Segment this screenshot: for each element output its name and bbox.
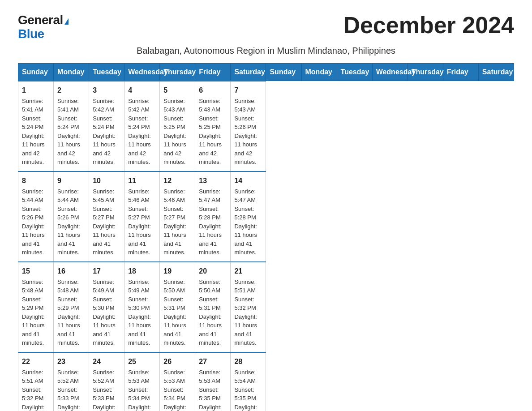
day-number: 3 [93,85,120,96]
weekday-header-thursday: Thursday [408,63,443,81]
calendar-header-row: SundayMondayTuesdayWednesdayThursdayFrid… [18,63,514,81]
weekday-header-sunday: Sunday [266,63,301,81]
calendar-cell: 7Sunrise: 5:43 AMSunset: 5:26 PMDaylight… [231,81,266,171]
calendar-cell: 4Sunrise: 5:42 AMSunset: 5:24 PMDaylight… [124,81,160,171]
day-number: 14 [234,176,262,186]
weekday-header-thursday: Thursday [160,63,195,81]
day-number: 11 [128,176,156,186]
weekday-header-monday: Monday [54,63,89,81]
calendar-cell: 17Sunrise: 5:49 AMSunset: 5:30 PMDayligh… [89,262,124,352]
calendar-cell: 22Sunrise: 5:51 AMSunset: 5:32 PMDayligh… [18,352,54,411]
calendar-cell: 24Sunrise: 5:52 AMSunset: 5:33 PMDayligh… [89,352,124,411]
calendar-cell: 23Sunrise: 5:52 AMSunset: 5:33 PMDayligh… [54,352,89,411]
month-title: December 2024 [343,13,514,37]
page-header: General Blue December 2024 [18,13,514,41]
logo: General Blue [18,13,69,41]
calendar-cell: 15Sunrise: 5:48 AMSunset: 5:29 PMDayligh… [18,262,54,352]
day-info: Sunrise: 5:43 AMSunset: 5:25 PMDaylight:… [199,98,222,166]
calendar-cell: 6Sunrise: 5:43 AMSunset: 5:25 PMDaylight… [195,81,231,171]
day-number: 5 [163,85,191,96]
day-number: 17 [93,266,120,277]
day-number: 27 [199,356,227,367]
calendar-cell: 5Sunrise: 5:43 AMSunset: 5:25 PMDaylight… [160,81,195,171]
day-number: 20 [199,266,227,277]
day-info: Sunrise: 5:42 AMSunset: 5:24 PMDaylight:… [128,98,151,166]
day-number: 12 [163,176,191,186]
day-info: Sunrise: 5:54 AMSunset: 5:35 PMDaylight:… [234,369,257,411]
day-number: 23 [57,356,85,367]
calendar-week-row: 8Sunrise: 5:44 AMSunset: 5:26 PMDaylight… [18,171,514,262]
day-info: Sunrise: 5:48 AMSunset: 5:29 PMDaylight:… [57,278,80,347]
weekday-header-sunday: Sunday [18,63,54,81]
calendar-cell: 3Sunrise: 5:42 AMSunset: 5:24 PMDaylight… [89,81,124,171]
day-number: 9 [57,176,85,186]
calendar-week-row: 22Sunrise: 5:51 AMSunset: 5:32 PMDayligh… [18,352,514,411]
weekday-header-friday: Friday [195,63,231,81]
weekday-header-tuesday: Tuesday [89,63,124,81]
day-info: Sunrise: 5:46 AMSunset: 5:27 PMDaylight:… [128,188,151,256]
day-info: Sunrise: 5:41 AMSunset: 5:24 PMDaylight:… [57,98,80,166]
calendar-cell: 20Sunrise: 5:50 AMSunset: 5:31 PMDayligh… [195,262,231,352]
logo-general-text: General [18,13,63,27]
day-info: Sunrise: 5:53 AMSunset: 5:34 PMDaylight:… [163,369,186,411]
calendar-cell: 12Sunrise: 5:46 AMSunset: 5:27 PMDayligh… [160,171,195,262]
weekday-header-monday: Monday [301,63,337,81]
day-info: Sunrise: 5:53 AMSunset: 5:35 PMDaylight:… [199,369,222,411]
calendar-cell: 25Sunrise: 5:53 AMSunset: 5:34 PMDayligh… [124,352,160,411]
weekday-header-wednesday: Wednesday [372,63,408,81]
calendar-table: SundayMondayTuesdayWednesdayThursdayFrid… [18,63,514,411]
calendar-cell: 27Sunrise: 5:53 AMSunset: 5:35 PMDayligh… [195,352,231,411]
day-info: Sunrise: 5:49 AMSunset: 5:30 PMDaylight:… [93,278,116,347]
calendar-cell: 11Sunrise: 5:46 AMSunset: 5:27 PMDayligh… [124,171,160,262]
day-info: Sunrise: 5:51 AMSunset: 5:32 PMDaylight:… [22,369,45,411]
day-info: Sunrise: 5:48 AMSunset: 5:29 PMDaylight:… [22,278,45,347]
day-info: Sunrise: 5:53 AMSunset: 5:34 PMDaylight:… [128,369,151,411]
day-number: 26 [163,356,191,367]
calendar-cell: 19Sunrise: 5:50 AMSunset: 5:31 PMDayligh… [160,262,195,352]
day-info: Sunrise: 5:52 AMSunset: 5:33 PMDaylight:… [57,369,80,411]
day-info: Sunrise: 5:43 AMSunset: 5:25 PMDaylight:… [163,98,186,166]
weekday-header-saturday: Saturday [231,63,266,81]
logo-blue-text: Blue [18,27,44,41]
day-info: Sunrise: 5:50 AMSunset: 5:31 PMDaylight:… [163,278,186,347]
day-info: Sunrise: 5:45 AMSunset: 5:27 PMDaylight:… [93,188,116,256]
day-number: 15 [22,266,50,277]
day-number: 1 [22,85,50,96]
calendar-cell: 14Sunrise: 5:47 AMSunset: 5:28 PMDayligh… [231,171,266,262]
weekday-header-friday: Friday [443,63,478,81]
day-number: 24 [93,356,120,367]
weekday-header-saturday: Saturday [478,63,514,81]
day-info: Sunrise: 5:50 AMSunset: 5:31 PMDaylight:… [199,278,222,347]
weekday-header-wednesday: Wednesday [124,63,160,81]
day-number: 4 [128,85,156,96]
day-info: Sunrise: 5:52 AMSunset: 5:33 PMDaylight:… [93,369,116,411]
calendar-cell: 10Sunrise: 5:45 AMSunset: 5:27 PMDayligh… [89,171,124,262]
day-info: Sunrise: 5:51 AMSunset: 5:32 PMDaylight:… [234,278,257,347]
calendar-cell: 21Sunrise: 5:51 AMSunset: 5:32 PMDayligh… [231,262,266,352]
day-number: 8 [22,176,50,186]
calendar-cell: 1Sunrise: 5:41 AMSunset: 5:24 PMDaylight… [18,81,54,171]
calendar-week-row: 1Sunrise: 5:41 AMSunset: 5:24 PMDaylight… [18,81,514,171]
calendar-cell: 8Sunrise: 5:44 AMSunset: 5:26 PMDaylight… [18,171,54,262]
day-info: Sunrise: 5:47 AMSunset: 5:28 PMDaylight:… [199,188,222,256]
calendar-cell: 2Sunrise: 5:41 AMSunset: 5:24 PMDaylight… [54,81,89,171]
calendar-week-row: 15Sunrise: 5:48 AMSunset: 5:29 PMDayligh… [18,262,514,352]
weekday-header-tuesday: Tuesday [337,63,372,81]
day-number: 7 [234,85,262,96]
calendar-cell: 9Sunrise: 5:44 AMSunset: 5:26 PMDaylight… [54,171,89,262]
calendar-cell: 28Sunrise: 5:54 AMSunset: 5:35 PMDayligh… [231,352,266,411]
day-number: 22 [22,356,50,367]
day-number: 18 [128,266,156,277]
day-number: 13 [199,176,227,186]
day-info: Sunrise: 5:44 AMSunset: 5:26 PMDaylight:… [22,188,45,256]
day-info: Sunrise: 5:47 AMSunset: 5:28 PMDaylight:… [234,188,257,256]
day-number: 28 [234,356,262,367]
calendar-cell: 16Sunrise: 5:48 AMSunset: 5:29 PMDayligh… [54,262,89,352]
calendar-cell: 26Sunrise: 5:53 AMSunset: 5:34 PMDayligh… [160,352,195,411]
logo-triangle-icon [64,18,69,25]
day-number: 2 [57,85,85,96]
day-info: Sunrise: 5:44 AMSunset: 5:26 PMDaylight:… [57,188,80,256]
day-info: Sunrise: 5:42 AMSunset: 5:24 PMDaylight:… [93,98,116,166]
day-number: 25 [128,356,156,367]
day-number: 10 [93,176,120,186]
